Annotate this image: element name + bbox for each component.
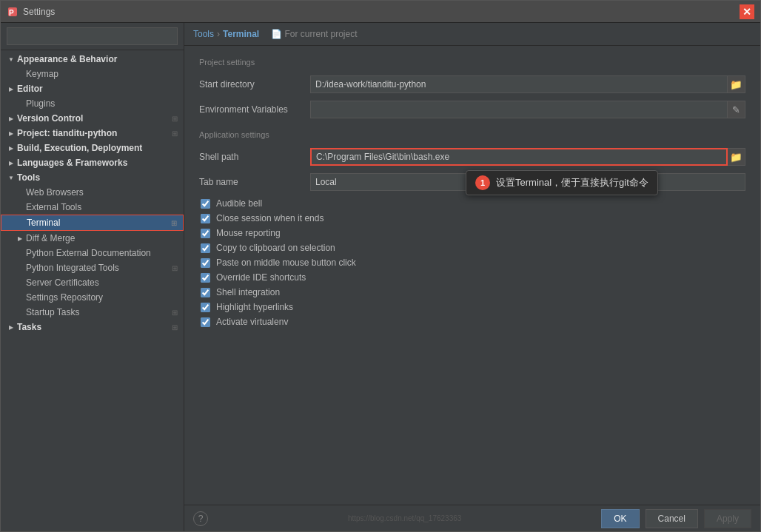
tab-name-label: Tab name: [199, 177, 310, 187]
shell-path-browse-button[interactable]: 📁: [728, 148, 745, 166]
search-input[interactable]: [7, 27, 178, 45]
config-icon: ⊞: [171, 219, 177, 227]
settings-icon: ⊞: [172, 264, 178, 272]
sidebar-item-languages[interactable]: Languages & Frameworks: [1, 155, 184, 170]
sidebar-item-tools[interactable]: Tools: [1, 170, 184, 185]
checkbox-highlight-hyperlinks: Highlight hyperlinks: [199, 302, 745, 312]
sidebar-item-label: External Tools: [26, 202, 178, 212]
checkbox-paste-middle: Paste on middle mouse button click: [199, 257, 745, 268]
sidebar-item-server-certs[interactable]: Server Certificates: [1, 275, 184, 290]
env-variables-label: Environment Variables: [199, 104, 310, 115]
tooltip-number: 1: [475, 175, 490, 190]
close-button[interactable]: ✕: [740, 4, 754, 19]
paste-middle-checkbox[interactable]: [201, 258, 210, 268]
help-button[interactable]: ?: [193, 511, 208, 526]
close-session-label: Close session when it ends: [216, 213, 323, 223]
sidebar-item-label: Settings Repository: [26, 292, 178, 303]
right-panel: Tools › Terminal 📄 For current project P…: [184, 23, 760, 531]
arrow-icon: [7, 129, 16, 138]
sidebar-item-settings-repo[interactable]: Settings Repository: [1, 290, 184, 305]
project-icon: 📄: [271, 29, 282, 39]
arrow-icon: [16, 99, 24, 108]
start-directory-input[interactable]: [310, 75, 728, 93]
sidebar-item-tasks[interactable]: Tasks ⊞: [1, 320, 184, 334]
shell-path-input[interactable]: [310, 148, 728, 166]
settings-content: Project settings Start directory 📁 Envir…: [184, 46, 760, 505]
override-ide-checkbox[interactable]: [201, 273, 210, 283]
sidebar-item-project[interactable]: Project: tianditu-python ⊞: [1, 126, 184, 141]
activate-virtualenv-checkbox[interactable]: [201, 317, 210, 327]
sidebar-item-build[interactable]: Build, Execution, Deployment: [1, 141, 184, 155]
sidebar-item-external-tools[interactable]: External Tools: [1, 200, 184, 215]
arrow-icon: [16, 278, 24, 287]
close-session-checkbox[interactable]: [201, 214, 210, 223]
arrow-icon: [16, 263, 24, 272]
start-directory-label: Start directory: [199, 79, 310, 90]
start-directory-browse-button[interactable]: 📁: [728, 75, 745, 93]
arrow-icon: [16, 234, 24, 243]
bottom-bar: ? https://blog.csdn.net/qq_17623363 OK C…: [184, 505, 760, 531]
nav-tree: Appearance & Behavior Keymap Editor Plug…: [1, 50, 184, 531]
sidebar-item-python-ext-doc[interactable]: Python External Documentation: [1, 246, 184, 260]
checkboxes-section: Audible bell Close session when it ends …: [199, 198, 745, 327]
sidebar-item-version-control[interactable]: Version Control ⊞: [1, 111, 184, 126]
sidebar-item-terminal[interactable]: Terminal ⊞: [1, 215, 184, 231]
window-title: Settings: [23, 7, 740, 17]
arrow-icon: [7, 114, 16, 123]
breadcrumb-tools[interactable]: Tools: [193, 29, 214, 39]
settings-icon: ⊞: [172, 323, 178, 331]
sidebar-item-label: Project: tianditu-python: [17, 128, 172, 138]
audible-bell-checkbox[interactable]: [201, 199, 210, 209]
mouse-reporting-checkbox[interactable]: [201, 229, 210, 238]
copy-clipboard-label: Copy to clipboard on selection: [216, 243, 335, 253]
sidebar-item-startup-tasks[interactable]: Startup Tasks ⊞: [1, 305, 184, 320]
watermark-text: https://blog.csdn.net/qq_17623363: [348, 514, 461, 522]
audible-bell-label: Audible bell: [216, 198, 262, 209]
arrow-icon: [16, 249, 24, 257]
shell-path-row: Shell path 📁 1 设置Terminal，便于直接执行git命令: [199, 148, 745, 166]
bottom-buttons: OK Cancel Apply: [601, 509, 751, 528]
tooltip-text: 设置Terminal，便于直接执行git命令: [496, 176, 648, 189]
sidebar-item-diff-merge[interactable]: Diff & Merge: [1, 231, 184, 246]
arrow-icon: [16, 188, 24, 197]
ok-button[interactable]: OK: [601, 509, 639, 528]
arrow-icon: [7, 144, 16, 152]
start-directory-wrapper: 📁: [310, 75, 745, 93]
sidebar-item-editor[interactable]: Editor: [1, 81, 184, 96]
arrow-icon: [16, 293, 24, 302]
project-settings-header: Project settings: [199, 58, 745, 67]
paste-middle-label: Paste on middle mouse button click: [216, 257, 356, 268]
shell-path-label: Shell path: [199, 152, 310, 162]
app-settings-header: Application settings: [199, 130, 745, 139]
sidebar-item-label: Python External Documentation: [26, 248, 178, 258]
env-variables-edit-button[interactable]: ✎: [728, 101, 745, 118]
breadcrumb-current: Terminal: [223, 29, 259, 39]
sidebar-item-web-browsers[interactable]: Web Browsers: [1, 185, 184, 200]
app-icon: P: [7, 6, 19, 18]
sidebar-item-label: Appearance & Behavior: [17, 54, 178, 64]
highlight-hyperlinks-checkbox[interactable]: [201, 303, 210, 312]
env-variables-input[interactable]: [310, 101, 728, 118]
search-box: 🔍: [1, 23, 184, 50]
arrow-icon: [7, 158, 16, 167]
settings-icon: ⊞: [172, 309, 178, 317]
shell-integration-checkbox[interactable]: [201, 288, 210, 297]
breadcrumb-project: 📄 For current project: [271, 29, 357, 39]
sidebar: 🔍 Appearance & Behavior Keymap Editor: [1, 23, 184, 531]
sidebar-item-label: Editor: [17, 84, 178, 94]
sidebar-item-keymap[interactable]: Keymap: [1, 67, 184, 81]
checkbox-audible-bell: Audible bell: [199, 198, 745, 209]
sidebar-item-appearance[interactable]: Appearance & Behavior: [1, 52, 184, 67]
activate-virtualenv-label: Activate virtualenv: [216, 317, 288, 327]
copy-clipboard-checkbox[interactable]: [201, 243, 210, 253]
checkbox-activate-virtualenv: Activate virtualenv: [199, 317, 745, 327]
env-variables-wrapper: ✎: [310, 101, 745, 118]
sidebar-item-plugins[interactable]: Plugins: [1, 96, 184, 111]
arrow-icon: [16, 308, 24, 317]
arrow-icon: [7, 323, 16, 331]
cancel-button[interactable]: Cancel: [646, 509, 698, 528]
apply-button[interactable]: Apply: [704, 509, 751, 528]
sidebar-item-python-integrated[interactable]: Python Integrated Tools ⊞: [1, 260, 184, 275]
sidebar-item-label: Web Browsers: [26, 187, 178, 198]
sidebar-item-label: Plugins: [26, 98, 178, 109]
